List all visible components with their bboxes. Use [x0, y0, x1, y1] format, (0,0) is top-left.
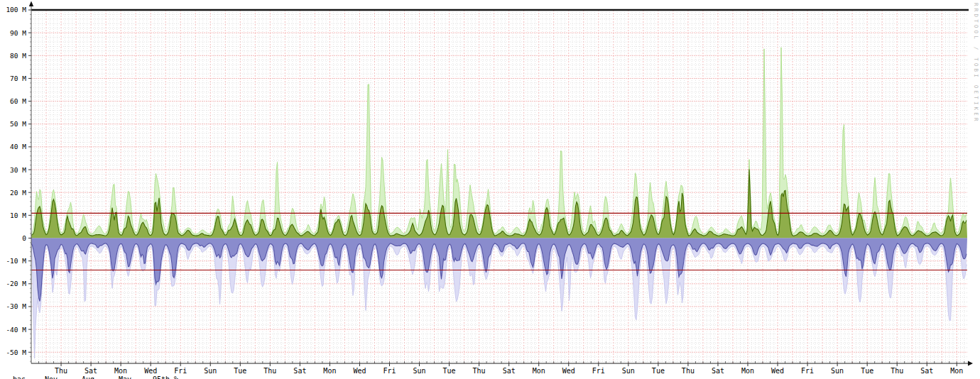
watermark: RRDTOOL / TOBI OETIKER	[973, 3, 979, 123]
y-tick-label: -30 M	[6, 302, 26, 310]
x-tick-label: Mon	[323, 367, 336, 375]
y-tick-label: -10 M	[6, 257, 26, 265]
x-tick-label: Wed	[144, 367, 157, 375]
y-tick-label: -20 M	[6, 280, 26, 287]
y-axis-arrow-icon	[29, 1, 33, 7]
bandwidth-graph-panel: 100 M90 M80 M70 M60 M50 M40 M30 M20 M10 …	[0, 0, 980, 379]
y-tick-label: 70 M	[10, 75, 26, 82]
x-tick-label: Sat	[85, 367, 97, 375]
y-tick-label: 80 M	[10, 52, 26, 60]
y-tick-label: 20 M	[10, 189, 26, 197]
footer-text-fragment: bas	[13, 375, 26, 379]
x-tick-label: Mon	[950, 367, 963, 375]
y-tick-label: 0	[22, 234, 26, 242]
x-axis-labels: ThuSatMonWedFriSunTueThuSatMonWedFriSunT…	[55, 367, 963, 375]
x-tick-label: Mon	[114, 367, 127, 375]
y-tick-label: 30 M	[10, 166, 26, 174]
x-tick-label: Sat	[920, 367, 933, 375]
y-axis-labels: 100 M90 M80 M70 M60 M50 M40 M30 M20 M10 …	[6, 6, 26, 356]
y-tick-label: 60 M	[10, 97, 26, 105]
x-axis-arrow-icon	[968, 361, 973, 366]
x-tick-label: Tue	[652, 367, 665, 375]
x-tick-label: Sat	[293, 367, 306, 375]
x-tick-label: Tue	[234, 367, 246, 375]
x-tick-label: Thu	[682, 367, 695, 375]
x-tick-label: Wed	[353, 367, 366, 375]
y-tick-label: 50 M	[10, 120, 26, 128]
y-tick-label: -50 M	[6, 348, 26, 356]
grid	[31, 10, 967, 363]
y-tick-label: 100 M	[6, 6, 26, 13]
footer-legend-clipped: basNovAugMay95th %	[13, 375, 178, 379]
x-tick-label: Thu	[473, 367, 486, 375]
x-tick-label: Thu	[55, 367, 67, 375]
x-tick-label: Fri	[801, 367, 814, 375]
y-tick-label: 90 M	[10, 29, 26, 37]
x-tick-label: Sun	[413, 367, 425, 375]
x-tick-label: Fri	[383, 367, 396, 375]
x-tick-label: Sat	[712, 367, 724, 375]
x-tick-label: Tue	[861, 367, 873, 375]
footer-text-fragment: 95th %	[153, 375, 178, 379]
x-tick-label: Wed	[562, 367, 575, 375]
x-tick-label: Wed	[771, 367, 784, 375]
y-tick-label: -40 M	[6, 326, 26, 334]
x-tick-label: Sun	[622, 367, 635, 375]
x-tick-label: Fri	[592, 367, 605, 375]
x-tick-label: Mon	[533, 367, 545, 375]
footer-text-fragment: Nov	[45, 375, 58, 379]
x-tick-label: Sat	[503, 367, 516, 375]
traffic-areas	[31, 48, 967, 358]
x-tick-label: Fri	[174, 367, 187, 375]
traffic-graph-canvas: 100 M90 M80 M70 M60 M50 M40 M30 M20 M10 …	[0, 0, 980, 379]
x-tick-label: Mon	[741, 367, 754, 375]
footer-text-fragment: May	[119, 375, 131, 379]
footer-text-fragment: Aug	[82, 375, 94, 379]
y-tick-label: 10 M	[10, 212, 26, 219]
x-tick-label: Thu	[891, 367, 903, 375]
x-tick-label: Sun	[204, 367, 217, 375]
x-tick-label: Sun	[831, 367, 844, 375]
x-tick-label: Thu	[263, 367, 276, 375]
y-tick-label: 40 M	[10, 143, 26, 150]
x-tick-label: Tue	[443, 367, 456, 375]
